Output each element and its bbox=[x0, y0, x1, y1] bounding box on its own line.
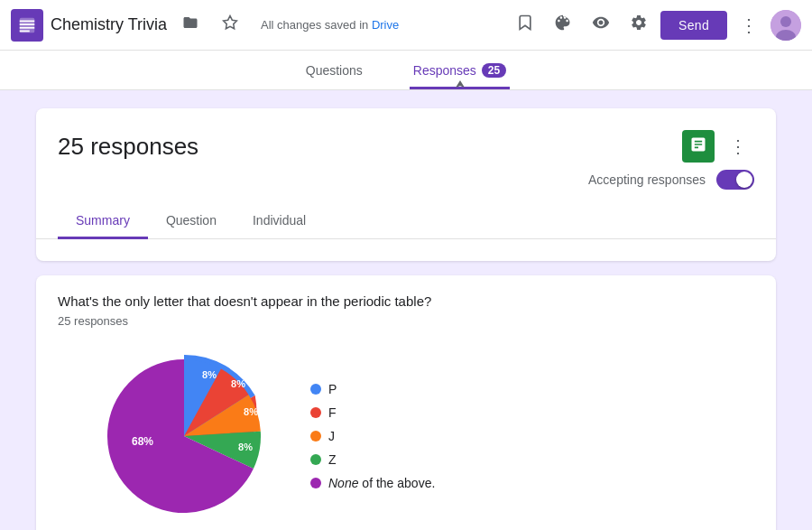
more-vert-icon-2: ⋮ bbox=[729, 135, 747, 157]
question-text: What's the only letter that doesn't appe… bbox=[58, 293, 754, 309]
sub-tabs: Summary Question Individual bbox=[36, 204, 776, 239]
palette-icon bbox=[554, 14, 572, 36]
app-icon bbox=[11, 9, 43, 42]
tab-questions[interactable]: Questions bbox=[302, 51, 366, 89]
responses-card: 25 responses ⋮ Accepting responses Summa… bbox=[36, 108, 776, 261]
slice-label-f: 8% bbox=[231, 378, 245, 389]
more-options-button[interactable]: ⋮ bbox=[733, 9, 765, 42]
palette-button[interactable] bbox=[547, 9, 579, 42]
legend-item-j: J bbox=[310, 429, 435, 443]
slice-label-z: 8% bbox=[238, 442, 253, 452]
star-button[interactable] bbox=[214, 9, 246, 42]
question-response-count: 25 responses bbox=[58, 314, 754, 328]
pie-chart: 8% 8% 8% 8% 68% bbox=[94, 346, 274, 526]
bookmark-button[interactable] bbox=[509, 9, 541, 42]
pie-svg: 8% 8% 8% 8% 68% bbox=[94, 346, 274, 526]
spreadsheet-icon bbox=[689, 135, 707, 158]
legend-label-p: P bbox=[328, 382, 337, 396]
legend-item-p: P bbox=[310, 382, 435, 396]
legend-dot-f bbox=[310, 407, 321, 418]
legend-dot-p bbox=[310, 384, 321, 395]
autosave-text: All changes saved in Drive bbox=[261, 18, 502, 32]
accepting-toggle[interactable] bbox=[716, 170, 754, 190]
sub-tab-question[interactable]: Question bbox=[148, 204, 235, 239]
more-vert-icon: ⋮ bbox=[740, 14, 758, 36]
slice-label-j: 8% bbox=[244, 406, 258, 417]
tabs-bar: Questions Responses 25 bbox=[0, 51, 812, 90]
accepting-label: Accepting responses bbox=[588, 172, 706, 187]
eye-icon bbox=[592, 14, 610, 36]
settings-button[interactable] bbox=[623, 9, 655, 42]
bookmark-icon bbox=[516, 14, 534, 36]
folder-button[interactable] bbox=[174, 9, 207, 42]
legend-label-none: None of the above. bbox=[328, 476, 435, 490]
slice-label-none: 68% bbox=[132, 435, 153, 448]
star-icon bbox=[222, 14, 238, 35]
send-button[interactable]: Send bbox=[660, 11, 727, 40]
add-spreadsheet-button[interactable] bbox=[682, 130, 715, 163]
legend-dot-j bbox=[310, 431, 321, 442]
responses-badge: 25 bbox=[482, 63, 506, 78]
chart-area: 8% 8% 8% 8% 68% P bbox=[58, 346, 754, 526]
legend-item-z: Z bbox=[310, 452, 435, 467]
responses-more-button[interactable]: ⋮ bbox=[722, 130, 754, 163]
question-card: What's the only letter that doesn't appe… bbox=[36, 275, 776, 530]
slice-label-p: 8% bbox=[202, 369, 217, 380]
folder-icon bbox=[182, 14, 198, 35]
accepting-row: Accepting responses bbox=[58, 170, 754, 190]
legend-label-f: F bbox=[328, 405, 337, 420]
sub-tab-individual[interactable]: Individual bbox=[235, 204, 324, 239]
gear-icon bbox=[630, 14, 648, 36]
chart-legend: P F J Z None of the above. bbox=[310, 382, 435, 490]
svg-point-6 bbox=[780, 16, 791, 27]
response-count: 25 responses bbox=[58, 133, 198, 161]
header-actions: ⋮ bbox=[682, 130, 754, 163]
sub-tab-summary[interactable]: Summary bbox=[58, 204, 148, 239]
preview-button[interactable] bbox=[585, 9, 617, 42]
legend-item-f: F bbox=[310, 405, 435, 420]
tab-responses[interactable]: Responses 25 bbox=[410, 51, 510, 89]
document-title: Chemistry Trivia bbox=[51, 15, 167, 34]
top-bar: Chemistry Trivia All changes saved in Dr… bbox=[0, 0, 812, 51]
legend-label-j: J bbox=[328, 429, 335, 443]
legend-dot-none bbox=[310, 478, 321, 488]
legend-dot-z bbox=[310, 454, 321, 465]
topbar-right: Send ⋮ bbox=[509, 9, 801, 42]
avatar[interactable] bbox=[770, 10, 801, 41]
legend-item-none: None of the above. bbox=[310, 476, 435, 490]
legend-label-z: Z bbox=[328, 452, 337, 467]
main-content: 25 responses ⋮ Accepting responses Summa… bbox=[0, 90, 812, 530]
response-header: 25 responses ⋮ bbox=[58, 130, 754, 163]
